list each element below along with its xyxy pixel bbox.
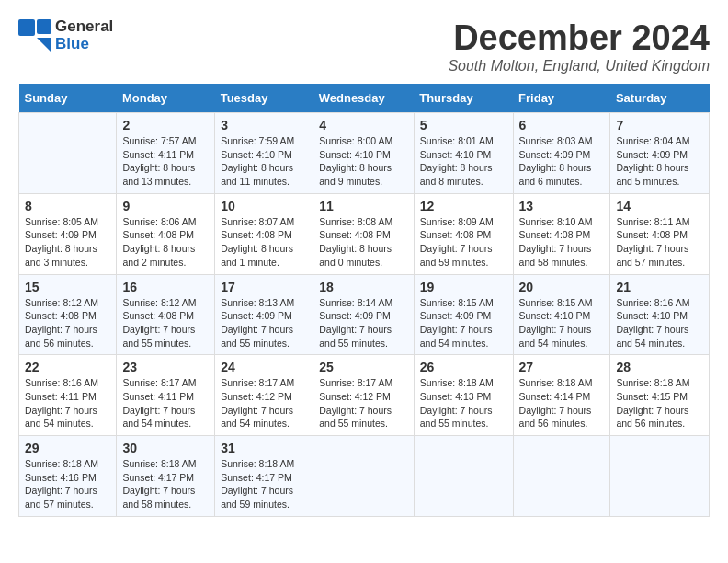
svg-marker-2 [37,38,51,52]
sunset-text: Sunset: 4:08 PM [122,310,194,321]
header-tuesday: Tuesday [215,84,313,113]
day-number: 14 [616,199,703,213]
subtitle: South Molton, England, United Kingdom [448,58,710,75]
main-title: December 2024 [448,18,710,58]
daylight-text: Daylight: 7 hours and 59 minutes. [221,485,293,510]
day-number: 23 [122,360,209,374]
day-number: 5 [420,118,507,132]
sunset-text: Sunset: 4:15 PM [616,391,688,402]
sunrise-text: Sunrise: 8:17 AM [319,377,392,388]
day-number: 6 [519,118,605,132]
daylight-text: Daylight: 8 hours and 11 minutes. [221,162,293,187]
sunset-text: Sunset: 4:09 PM [616,149,688,160]
logo: General Blue [18,18,113,52]
calendar-cell: 5Sunrise: 8:01 AMSunset: 4:10 PMDaylight… [414,113,513,194]
daylight-text: Daylight: 7 hours and 56 minutes. [519,405,592,430]
sunrise-text: Sunrise: 8:03 AM [519,135,593,146]
day-info: Sunrise: 8:01 AMSunset: 4:10 PMDaylight:… [420,134,507,189]
daylight-text: Daylight: 7 hours and 55 minutes. [420,405,493,430]
sunrise-text: Sunrise: 8:13 AM [221,297,294,308]
sunset-text: Sunset: 4:08 PM [319,229,391,240]
calendar-cell: 22Sunrise: 8:16 AMSunset: 4:11 PMDayligh… [19,355,117,436]
sunset-text: Sunset: 4:09 PM [319,310,391,321]
calendar-cell: 27Sunrise: 8:18 AMSunset: 4:14 PMDayligh… [513,355,610,436]
calendar-cell: 11Sunrise: 8:08 AMSunset: 4:08 PMDayligh… [313,193,414,274]
daylight-text: Daylight: 7 hours and 54 minutes. [420,324,493,349]
calendar-cell: 26Sunrise: 8:18 AMSunset: 4:13 PMDayligh… [414,355,513,436]
day-number: 22 [25,360,110,374]
daylight-text: Daylight: 7 hours and 55 minutes. [221,324,293,349]
sunrise-text: Sunrise: 8:15 AM [519,297,593,308]
sunrise-text: Sunrise: 8:18 AM [25,458,98,469]
calendar-cell: 15Sunrise: 8:12 AMSunset: 4:08 PMDayligh… [19,274,117,355]
sunset-text: Sunset: 4:11 PM [122,149,194,160]
daylight-text: Daylight: 7 hours and 57 minutes. [25,485,97,510]
day-number: 11 [319,199,407,213]
day-info: Sunrise: 8:15 AMSunset: 4:09 PMDaylight:… [420,296,507,350]
header: General Blue December 2024 South Molton,… [18,18,710,75]
day-info: Sunrise: 8:03 AMSunset: 4:09 PMDaylight:… [519,134,605,189]
calendar-cell: 28Sunrise: 8:18 AMSunset: 4:15 PMDayligh… [610,355,710,436]
day-info: Sunrise: 8:18 AMSunset: 4:13 PMDaylight:… [420,376,507,431]
sunset-text: Sunset: 4:10 PM [616,310,688,321]
sunset-text: Sunset: 4:08 PM [221,229,292,240]
sunrise-text: Sunrise: 8:00 AM [319,135,392,146]
day-number: 26 [420,360,507,374]
calendar-cell: 31Sunrise: 8:18 AMSunset: 4:17 PMDayligh… [215,436,313,517]
sunrise-text: Sunrise: 8:11 AM [616,216,689,227]
day-number: 10 [221,199,307,213]
logo-line2: Blue [55,36,113,53]
day-number: 4 [319,118,407,132]
sunrise-text: Sunrise: 8:05 AM [25,216,98,227]
calendar-cell: 6Sunrise: 8:03 AMSunset: 4:09 PMDaylight… [513,113,610,194]
day-number: 3 [221,118,307,132]
header-monday: Monday [117,84,215,113]
daylight-text: Daylight: 7 hours and 58 minutes. [519,243,592,268]
calendar-body: 2Sunrise: 7:57 AMSunset: 4:11 PMDaylight… [19,113,710,517]
sunrise-text: Sunrise: 8:18 AM [221,458,294,469]
calendar-cell: 14Sunrise: 8:11 AMSunset: 4:08 PMDayligh… [610,193,710,274]
day-info: Sunrise: 8:14 AMSunset: 4:09 PMDaylight:… [319,296,407,350]
day-info: Sunrise: 8:10 AMSunset: 4:08 PMDaylight:… [519,215,605,270]
sunrise-text: Sunrise: 8:12 AM [25,297,98,308]
day-info: Sunrise: 8:07 AMSunset: 4:08 PMDaylight:… [221,215,307,270]
calendar-cell: 19Sunrise: 8:15 AMSunset: 4:09 PMDayligh… [414,274,513,355]
sunrise-text: Sunrise: 8:08 AM [319,216,392,227]
sunset-text: Sunset: 4:09 PM [519,149,591,160]
calendar-cell: 2Sunrise: 7:57 AMSunset: 4:11 PMDaylight… [117,113,215,194]
calendar-cell: 24Sunrise: 8:17 AMSunset: 4:12 PMDayligh… [215,355,313,436]
header-sunday: Sunday [19,84,117,113]
calendar-cell: 30Sunrise: 8:18 AMSunset: 4:17 PMDayligh… [117,436,215,517]
day-info: Sunrise: 8:06 AMSunset: 4:08 PMDaylight:… [122,215,209,270]
daylight-text: Daylight: 7 hours and 54 minutes. [122,405,195,430]
calendar-cell: 7Sunrise: 8:04 AMSunset: 4:09 PMDaylight… [610,113,710,194]
day-number: 27 [519,360,605,374]
day-number: 13 [519,199,605,213]
daylight-text: Daylight: 7 hours and 54 minutes. [616,324,688,349]
sunset-text: Sunset: 4:08 PM [420,229,492,240]
sunset-text: Sunset: 4:17 PM [221,472,292,483]
daylight-text: Daylight: 7 hours and 55 minutes. [319,324,392,349]
daylight-text: Daylight: 8 hours and 2 minutes. [122,243,195,268]
day-number: 18 [319,280,407,294]
sunset-text: Sunset: 4:13 PM [420,391,492,402]
sunrise-text: Sunrise: 8:16 AM [25,377,98,388]
day-info: Sunrise: 7:59 AMSunset: 4:10 PMDaylight:… [221,134,307,189]
sunset-text: Sunset: 4:10 PM [319,149,391,160]
svg-rect-0 [18,19,35,36]
sunset-text: Sunset: 4:12 PM [319,391,391,402]
daylight-text: Daylight: 8 hours and 5 minutes. [616,162,688,187]
sunrise-text: Sunrise: 8:10 AM [519,216,593,227]
day-number: 31 [221,441,307,455]
day-info: Sunrise: 8:18 AMSunset: 4:15 PMDaylight:… [616,376,703,431]
daylight-text: Daylight: 7 hours and 55 minutes. [122,324,195,349]
sunset-text: Sunset: 4:17 PM [122,472,194,483]
day-info: Sunrise: 8:11 AMSunset: 4:08 PMDaylight:… [616,215,703,270]
calendar-cell: 12Sunrise: 8:09 AMSunset: 4:08 PMDayligh… [414,193,513,274]
sunrise-text: Sunrise: 8:18 AM [616,377,689,388]
sunset-text: Sunset: 4:08 PM [122,229,194,240]
day-info: Sunrise: 8:18 AMSunset: 4:16 PMDaylight:… [25,457,110,511]
general-blue-logo-icon [18,19,51,52]
calendar-cell [513,436,610,517]
day-number: 20 [519,280,605,294]
